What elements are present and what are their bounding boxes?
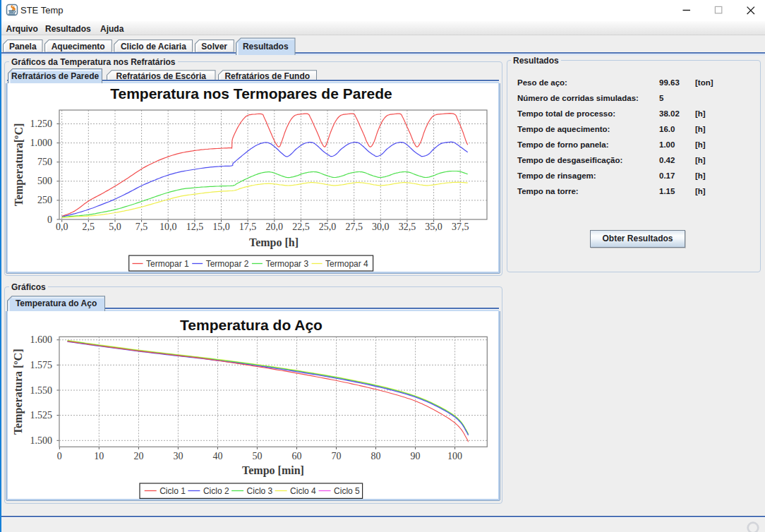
svg-text:Ciclo 3: Ciclo 3	[247, 486, 273, 496]
svg-text:10: 10	[94, 451, 104, 461]
svg-text:1.575: 1.575	[30, 360, 53, 370]
svg-text:50: 50	[252, 451, 262, 461]
svg-text:12,5: 12,5	[186, 222, 204, 232]
svg-text:27,5: 27,5	[345, 222, 363, 232]
svg-text:90: 90	[411, 451, 421, 461]
svg-text:70: 70	[332, 451, 342, 461]
svg-text:100: 100	[447, 451, 462, 461]
svg-text:10,0: 10,0	[159, 222, 177, 232]
svg-text:20,0: 20,0	[266, 222, 284, 232]
svg-text:2,5: 2,5	[83, 222, 95, 232]
svg-text:Termopar 3: Termopar 3	[265, 259, 308, 269]
svg-text:Ciclo 1: Ciclo 1	[159, 486, 186, 496]
svg-text:0,0: 0,0	[56, 222, 68, 232]
svg-text:1.550: 1.550	[30, 385, 53, 396]
svg-text:0: 0	[47, 214, 52, 225]
svg-text:0: 0	[57, 451, 62, 461]
svg-text:Ciclo 4: Ciclo 4	[290, 486, 316, 496]
svg-text:Tempo [h]: Tempo [h]	[249, 236, 299, 249]
svg-text:Termopar 1: Termopar 1	[146, 259, 189, 269]
svg-text:5,0: 5,0	[109, 222, 121, 232]
svg-text:Termopar 2: Termopar 2	[206, 259, 249, 269]
svg-text:Temperatura [ºC]: Temperatura [ºC]	[13, 349, 25, 435]
svg-text:25,0: 25,0	[319, 222, 337, 232]
svg-text:80: 80	[371, 451, 381, 461]
svg-text:40: 40	[212, 451, 222, 461]
svg-text:250: 250	[37, 195, 52, 205]
svg-text:60: 60	[292, 451, 302, 461]
svg-text:Termopar 4: Termopar 4	[325, 259, 368, 269]
svg-text:1.525: 1.525	[30, 410, 53, 421]
svg-text:7,5: 7,5	[135, 222, 148, 232]
svg-text:20: 20	[133, 451, 143, 461]
svg-text:17,5: 17,5	[239, 222, 257, 232]
svg-text:1.500: 1.500	[30, 435, 53, 446]
svg-text:1.600: 1.600	[30, 334, 53, 345]
svg-text:32,5: 32,5	[399, 222, 416, 232]
svg-text:30,0: 30,0	[372, 222, 390, 232]
svg-text:Tempo [min]: Tempo [min]	[242, 464, 304, 477]
svg-text:Temperatura do Aço: Temperatura do Aço	[180, 317, 323, 333]
svg-text:30: 30	[173, 451, 183, 461]
svg-text:35,0: 35,0	[425, 222, 442, 232]
svg-text:15,0: 15,0	[212, 222, 230, 232]
svg-text:22,5: 22,5	[292, 222, 310, 232]
svg-text:Ciclo 2: Ciclo 2	[203, 486, 229, 496]
svg-text:Ciclo 5: Ciclo 5	[334, 486, 360, 496]
svg-text:37,5: 37,5	[452, 222, 469, 232]
